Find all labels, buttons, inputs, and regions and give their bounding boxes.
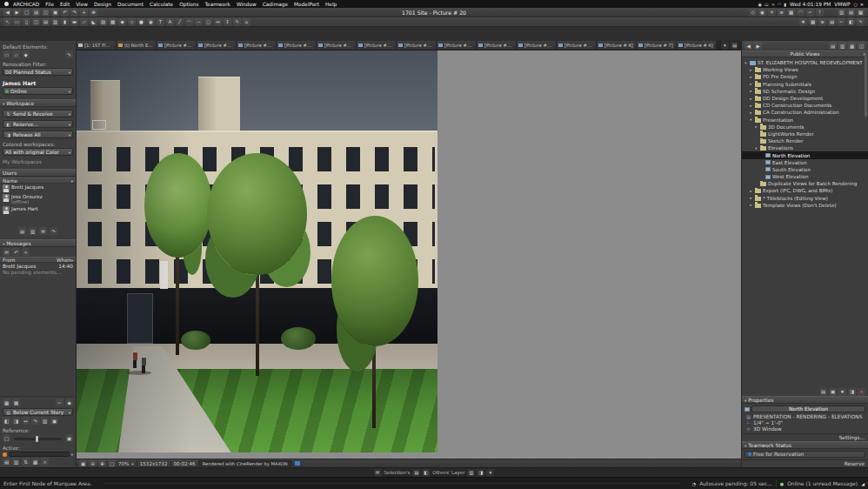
Jess Onsurez[interactable]: Jess Onsurez (offline) (0, 193, 76, 205)
go-back-icon[interactable]: ◀ (3, 9, 11, 17)
others-show-icon[interactable]: ▥ (467, 469, 475, 477)
dock-navigator-icon[interactable]: ◨ (848, 388, 856, 396)
others-lock-icon[interactable]: ◨ (477, 469, 484, 477)
publisher-sets-icon[interactable]: ◫ (858, 42, 865, 50)
view-map-icon[interactable]: ▥ (838, 42, 846, 50)
view-tab[interactable]: [Picture #... (197, 41, 237, 50)
messages-column-headers[interactable]: From When (0, 257, 76, 263)
teamwork-status-section-header[interactable]: Teamwork Status (742, 441, 868, 449)
disclosure-arrow-icon[interactable]: ▸ (749, 196, 753, 200)
roof-tool[interactable]: ◣ (90, 18, 97, 26)
workspace-section-header[interactable]: Workspace (0, 99, 76, 107)
lamp-tool[interactable]: ◇ (128, 18, 136, 26)
disclosure-arrow-icon[interactable]: ▸ (754, 124, 758, 129)
disclosure-arrow-icon[interactable]: ▸ (749, 104, 753, 108)
disclosure-arrow-icon[interactable]: ▾ (754, 146, 758, 151)
view-tab[interactable]: [Picture #... (437, 41, 477, 50)
line-tool[interactable]: ╱ (176, 18, 184, 26)
grid-snap-icon[interactable]: ▦ (787, 9, 795, 17)
reference-less-icon[interactable]: ▢ (3, 434, 10, 442)
zoom-preview-icon[interactable]: ▣ (829, 388, 837, 396)
pan-icon[interactable]: + (80, 9, 88, 17)
camera-icon[interactable]: ◉ (758, 9, 766, 17)
view-name-field[interactable]: North Elevation (751, 405, 865, 412)
reference-intensity-slider[interactable] (14, 438, 62, 440)
disclosure-arrow-icon[interactable]: ▸ (749, 111, 753, 115)
section-tool[interactable]: ↕ (224, 18, 231, 26)
messages-section-header[interactable]: Messages (0, 239, 76, 247)
properties-section-header[interactable]: Properties (742, 396, 868, 404)
camera-tool[interactable]: ⌂ (243, 18, 250, 26)
menubar-user[interactable]: VMWP (834, 2, 850, 7)
menu-item[interactable]: Help (325, 2, 337, 7)
zoom-out-icon[interactable]: ⊖ (89, 459, 97, 467)
zoom-icon[interactable]: ⊕ (90, 9, 97, 17)
disclosure-arrow-icon[interactable]: ▾ (744, 61, 748, 65)
dimension-tool[interactable]: ↔ (214, 18, 222, 26)
disclosure-arrow-icon[interactable]: ▸ (749, 189, 753, 193)
menu-item[interactable]: Cadimage (263, 2, 288, 7)
menu-item[interactable]: Calculate (150, 2, 173, 7)
trace-reference-icon[interactable]: ◧ (847, 18, 855, 26)
go-forward-icon[interactable]: ▶ (13, 9, 21, 17)
coordinates-icon[interactable]: ⌐ (56, 399, 63, 406)
close-navigator-icon[interactable]: × (858, 388, 865, 396)
project-map-icon[interactable]: ▤ (829, 42, 837, 50)
tree-item[interactable]: ▸ * Titleblocks (Editing View) (742, 195, 868, 202)
layout-book-icon[interactable]: ▦ (848, 42, 856, 50)
switch-reference-icon[interactable]: ⇅ (22, 458, 30, 466)
user-message-icon[interactable]: ✉ (39, 227, 47, 235)
zoom-level[interactable]: 70% (118, 461, 129, 466)
default-wall-icon[interactable]: ▭ (3, 50, 10, 58)
disclosure-arrow-icon[interactable]: ▸ (749, 89, 753, 93)
close-trace-icon[interactable]: × (41, 458, 49, 466)
teamwork-palette-icon[interactable]: ▦ (857, 9, 865, 17)
tree-item[interactable]: ▸ 3D Documents (742, 124, 868, 131)
window-arrange-icon[interactable]: ▤ (847, 9, 855, 17)
menu-item[interactable]: ARCHICAD (13, 2, 39, 7)
view-tab[interactable]: [1: 1ST Fl... (77, 41, 117, 50)
menu-item[interactable]: File (45, 2, 54, 7)
gravity-icon[interactable]: ◠ (797, 9, 805, 17)
release-all-button[interactable]: ◨ Release All (3, 131, 73, 138)
layer-settings-icon[interactable]: ▦ (809, 18, 817, 26)
navigator-scrollbar[interactable] (865, 56, 867, 117)
battery-icon[interactable]: ▮ (784, 2, 786, 7)
user-sort-icon[interactable]: ▥ (29, 227, 37, 235)
spotlight-search-icon[interactable]: ○ (853, 2, 857, 7)
scale-icon[interactable]: ⌐ (838, 18, 845, 26)
menu-item[interactable]: View (76, 2, 88, 7)
disclosure-arrow-icon[interactable]: ▸ (749, 97, 753, 101)
tab-options-icon[interactable]: ▤ (731, 42, 738, 50)
shell-tool[interactable]: ▨ (99, 18, 107, 26)
selection-layer-icon[interactable]: ▤ (412, 469, 420, 477)
delete-message-icon[interactable]: × (22, 248, 30, 256)
new-project-icon[interactable]: ▢ (23, 9, 30, 17)
morph-tool[interactable]: ▩ (109, 18, 117, 26)
layer-options-icon[interactable]: ▾ (486, 469, 494, 477)
default-object-icon[interactable]: ◆ (22, 50, 30, 58)
apple-menu-icon[interactable] (4, 2, 9, 6)
tree-item[interactable]: South Elevation (742, 166, 868, 173)
view-tab[interactable]: [Picture # 6] (677, 41, 717, 50)
tree-item-root[interactable]: ▾ ST. ELIZABETH HOSPITAL REDEVELOPMENT (742, 59, 868, 66)
favorites-icon[interactable]: ★ (799, 18, 807, 26)
3d-viewport[interactable] (77, 50, 741, 459)
trace-switch-icon[interactable]: ◨ (12, 417, 20, 425)
selection-layer-label[interactable]: Selection's (384, 470, 411, 475)
display-icon[interactable]: ▭ (765, 2, 769, 7)
zoom-dropdown-arrow-icon[interactable] (131, 461, 133, 466)
visibility-icon[interactable]: ▤ (3, 458, 10, 466)
slab-tool[interactable]: ▱ (80, 18, 88, 26)
view-tab[interactable]: [Picture # 8] (597, 41, 637, 50)
view-tab[interactable]: [Picture #... (477, 41, 517, 50)
trace-rotate-icon[interactable]: ↷ (31, 417, 39, 425)
reserve-button[interactable]: ◧ Reserve... (3, 120, 73, 128)
sound-icon[interactable]: ≈ (771, 2, 775, 7)
disclosure-arrow-icon[interactable]: ▸ (749, 82, 753, 86)
selection-lock-icon[interactable]: ◧ (422, 469, 430, 477)
layers-icon[interactable]: ≡ (778, 9, 785, 17)
undo-icon[interactable]: ↶ (61, 9, 69, 17)
stair-tool[interactable]: ◉ (147, 18, 155, 26)
slider-thumb[interactable] (36, 436, 38, 442)
